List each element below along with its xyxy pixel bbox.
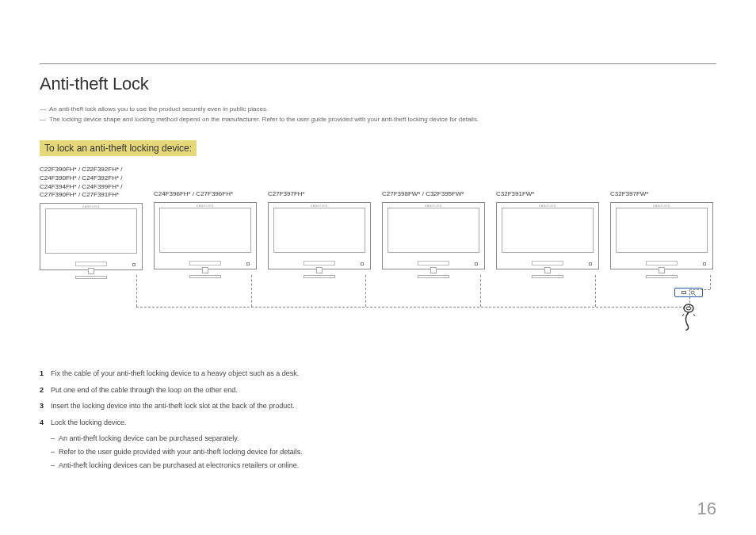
diagram-col: C22F390FH* / C22F392FH* / C24F390FH* / C…	[40, 166, 146, 270]
monitor-stand	[532, 267, 563, 278]
monitor-screen	[273, 208, 365, 253]
bullet-dash: –	[51, 434, 55, 442]
diagram-col: C24F396FH* / C27F396FH* SAMSUNG	[154, 166, 260, 270]
port-area	[189, 261, 221, 266]
note-dash: ―	[40, 105, 46, 113]
connector-diagram-area	[40, 280, 716, 351]
port-area	[646, 261, 678, 266]
bullet-dash: –	[51, 448, 55, 456]
svg-point-3	[686, 307, 691, 310]
svg-line-1	[694, 294, 696, 296]
note-line: ― An anti-theft lock allows you to use t…	[40, 105, 716, 113]
steps-list: 1 Fix the cable of your anti-theft locki…	[40, 369, 716, 468]
model-label: C32F391FW*	[496, 166, 602, 199]
bullet-text: An anti-theft locking device can be purc…	[59, 434, 239, 442]
bullet-line: – Anti-theft locking devices can be purc…	[40, 461, 716, 469]
model-label: C32F397FW*	[610, 166, 716, 199]
page-divider	[40, 63, 716, 64]
lock-slot-indicator	[703, 262, 706, 266]
monitor-screen	[45, 208, 137, 254]
note-dash: ―	[40, 116, 46, 123]
bullet-dash: –	[51, 461, 55, 469]
step-number: 2	[40, 385, 51, 396]
model-label: C27F397FH*	[268, 166, 374, 199]
note-text: The locking device shape and locking met…	[49, 116, 479, 123]
connector-line	[251, 275, 252, 307]
port-area	[304, 261, 335, 266]
monitor-stand	[646, 267, 678, 278]
lock-slot-indicator	[132, 263, 136, 266]
connector-line	[136, 307, 689, 308]
diagram-col: C32F391FW* SAMSUNG	[496, 166, 602, 270]
port-area	[418, 261, 449, 266]
step-number: 3	[40, 401, 51, 411]
monitor-screen	[159, 208, 251, 253]
bullet-text: Anti-theft locking devices can be purcha…	[59, 461, 299, 469]
port-area	[532, 261, 563, 266]
monitor-diagram: SAMSUNG	[268, 202, 371, 269]
bullet-line: – An anti-theft locking device can be pu…	[40, 434, 716, 442]
lock-slot-indicator	[246, 262, 250, 266]
monitor-stand	[75, 268, 107, 279]
step-text: Fix the cable of your anti-theft locking…	[51, 369, 716, 379]
connector-line	[710, 275, 711, 289]
step-number: 4	[40, 418, 51, 428]
step-row: 4 Lock the locking device.	[40, 418, 716, 428]
step-row: 3 Insert the locking device into the ant…	[40, 401, 716, 411]
diagram-col: C27F397FH* SAMSUNG	[268, 166, 374, 270]
lock-slot-icon	[674, 288, 703, 297]
monitor-diagram: SAMSUNG	[40, 203, 143, 270]
bullet-line: – Refer to the user guide provided with …	[40, 448, 716, 456]
lock-device-illustration	[669, 288, 708, 335]
monitor-stand	[304, 267, 335, 278]
step-row: 1 Fix the cable of your anti-theft locki…	[40, 369, 716, 379]
monitor-diagram: SAMSUNG	[382, 202, 485, 269]
model-label: C24F396FH* / C27F396FH*	[154, 166, 260, 199]
port-area	[75, 262, 107, 266]
step-number: 1	[40, 369, 51, 379]
connector-line	[136, 275, 137, 307]
step-row: 2 Put one end of the cable through the l…	[40, 385, 716, 396]
note-text: An anti-theft lock allows you to use the…	[49, 105, 268, 113]
lock-slot-indicator	[475, 262, 478, 266]
page-number: 16	[697, 499, 716, 519]
svg-point-0	[691, 291, 694, 294]
lock-slot-indicator	[361, 262, 364, 266]
lock-slot-indicator	[589, 262, 592, 266]
monitor-diagram: SAMSUNG	[496, 202, 599, 269]
subheading-highlight: To lock an anti-theft locking device:	[40, 140, 197, 156]
step-text: Put one end of the cable through the loo…	[51, 385, 716, 396]
diagram-col: C32F397FW* SAMSUNG	[610, 166, 716, 270]
note-line: ― The locking device shape and locking m…	[40, 116, 716, 123]
monitor-stand	[418, 267, 449, 278]
svg-point-2	[684, 304, 693, 312]
monitor-screen	[502, 208, 594, 253]
diagram-col: C27F398FW* / C32F395FW* SAMSUNG	[382, 166, 488, 270]
monitor-screen	[388, 208, 479, 253]
connector-line	[480, 275, 481, 307]
monitor-diagram: SAMSUNG	[610, 202, 713, 269]
monitor-stand	[189, 267, 221, 278]
monitor-diagram: SAMSUNG	[154, 202, 257, 269]
step-text: Lock the locking device.	[51, 418, 716, 428]
step-text: Insert the locking device into the anti-…	[51, 401, 716, 411]
model-label: C27F398FW* / C32F395FW*	[382, 166, 488, 199]
diagrams-row: C22F390FH* / C22F392FH* / C24F390FH* / C…	[40, 166, 716, 270]
connector-line	[595, 275, 596, 307]
lock-cable-icon	[678, 302, 700, 331]
bullet-text: Refer to the user guide provided with yo…	[59, 448, 303, 456]
page-title: Anti-theft Lock	[40, 74, 716, 94]
model-label: C22F390FH* / C22F392FH* / C24F390FH* / C…	[40, 166, 146, 200]
monitor-screen	[616, 208, 708, 253]
connector-line	[365, 275, 366, 307]
